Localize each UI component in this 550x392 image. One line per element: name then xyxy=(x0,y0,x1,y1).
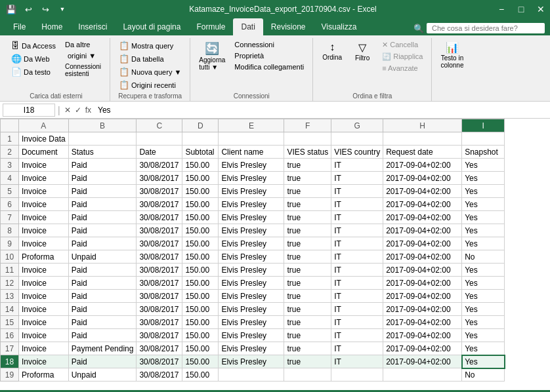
save-button[interactable]: 💾 xyxy=(4,2,18,16)
aggiorna-tutti-button[interactable]: 🔄 Aggiornatutti ▼ xyxy=(196,39,228,73)
cell[interactable]: true xyxy=(284,277,331,290)
cell[interactable]: 150.00 xyxy=(182,342,219,355)
cell[interactable]: 30/08/2017 xyxy=(137,185,182,198)
cell[interactable]: VIES status xyxy=(284,146,331,159)
cell[interactable]: Paid xyxy=(68,172,137,185)
cell[interactable] xyxy=(331,368,383,382)
cell[interactable]: 150.00 xyxy=(182,290,219,303)
cell[interactable]: IT xyxy=(331,303,383,316)
cell[interactable]: true xyxy=(284,303,331,316)
cell[interactable]: Elvis Presley xyxy=(219,342,284,355)
cell[interactable]: Paid xyxy=(68,303,137,316)
cell[interactable]: IT xyxy=(331,159,383,172)
cell[interactable]: 30/08/2017 xyxy=(137,237,182,250)
da-web-button[interactable]: 🌐 Da Web xyxy=(8,52,59,65)
cell[interactable]: 2017-09-04+02:00 xyxy=(383,303,462,316)
cell[interactable]: Invoice xyxy=(19,237,69,250)
cell[interactable]: 150.00 xyxy=(182,211,219,224)
cell[interactable]: true xyxy=(284,211,331,224)
cell[interactable]: Yes xyxy=(462,277,505,290)
cell[interactable]: 2017-09-04+02:00 xyxy=(383,264,462,277)
cell[interactable]: 30/08/2017 xyxy=(137,355,182,368)
confirm-formula-icon[interactable]: ✓ xyxy=(74,106,83,115)
row-header-15[interactable]: 15 xyxy=(1,316,19,329)
modifica-collegamenti-button[interactable]: Modifica collegamenti xyxy=(231,62,307,72)
cell[interactable]: 2017-09-04+02:00 xyxy=(383,355,462,368)
row-header-13[interactable]: 13 xyxy=(1,290,19,303)
cell[interactable]: 30/08/2017 xyxy=(137,316,182,329)
cell[interactable]: IT xyxy=(331,290,383,303)
cell[interactable]: Paid xyxy=(68,316,137,329)
cell[interactable]: Invoice xyxy=(19,290,69,303)
insert-function-icon[interactable]: fx xyxy=(84,106,93,115)
da-access-button[interactable]: 🗄 Da Access xyxy=(8,39,59,52)
qat-dropdown-button[interactable]: ▼ xyxy=(55,2,70,16)
cell[interactable]: true xyxy=(284,355,331,368)
cell[interactable]: IT xyxy=(331,198,383,211)
row-header-14[interactable]: 14 xyxy=(1,303,19,316)
cell[interactable]: 150.00 xyxy=(182,316,219,329)
nuova-query-button[interactable]: 📋 Nuova query ▼ xyxy=(116,66,184,78)
cell[interactable]: Payment Pending xyxy=(68,342,137,355)
cell[interactable] xyxy=(331,132,383,146)
cell[interactable] xyxy=(68,132,137,146)
row-header-11[interactable]: 11 xyxy=(1,264,19,277)
cell[interactable]: 30/08/2017 xyxy=(137,264,182,277)
cell[interactable]: IT xyxy=(331,277,383,290)
cell[interactable]: IT xyxy=(331,172,383,185)
row-header-4[interactable]: 4 xyxy=(1,172,19,185)
cell[interactable]: 30/08/2017 xyxy=(137,342,182,355)
tab-revisione[interactable]: Revisione xyxy=(263,18,314,35)
cell[interactable]: 150.00 xyxy=(182,172,219,185)
cell[interactable]: Invoice Data xyxy=(19,132,69,146)
cell[interactable]: Invoice xyxy=(19,303,69,316)
cell[interactable]: Paid xyxy=(68,224,137,237)
cell[interactable]: IT xyxy=(331,355,383,368)
cell[interactable]: Invoice xyxy=(19,159,69,172)
cell[interactable]: 2017-09-04+02:00 xyxy=(383,172,462,185)
da-testo-button[interactable]: 📄 Da testo xyxy=(8,66,59,78)
tab-visualizza[interactable]: Visualizza xyxy=(314,18,365,35)
cell[interactable]: Yes xyxy=(462,355,505,368)
cell[interactable]: Unpaid xyxy=(68,368,137,382)
cell[interactable]: 150.00 xyxy=(182,355,219,368)
cell[interactable]: 150.00 xyxy=(182,264,219,277)
cell[interactable]: 30/08/2017 xyxy=(137,224,182,237)
close-button[interactable]: ✕ xyxy=(532,3,550,16)
cell[interactable]: Elvis Presley xyxy=(219,185,284,198)
cell[interactable]: Unpaid xyxy=(68,250,137,264)
cell[interactable] xyxy=(284,368,331,382)
cell[interactable]: Date xyxy=(137,146,182,159)
cell[interactable]: Paid xyxy=(68,355,137,368)
cell[interactable]: Paid xyxy=(68,264,137,277)
cell[interactable]: IT xyxy=(331,342,383,355)
cell[interactable]: Yes xyxy=(462,264,505,277)
cell[interactable]: true xyxy=(284,250,331,264)
cell[interactable]: Invoice xyxy=(19,211,69,224)
cell[interactable]: 30/08/2017 xyxy=(137,303,182,316)
ordina-button[interactable]: ↕ Ordina xyxy=(318,39,346,63)
cell[interactable]: IT xyxy=(331,329,383,342)
col-header-f[interactable]: F xyxy=(284,119,331,132)
col-header-g[interactable]: G xyxy=(331,119,383,132)
cell[interactable]: 30/08/2017 xyxy=(137,368,182,382)
name-box[interactable] xyxy=(3,104,55,117)
cell[interactable]: 150.00 xyxy=(182,198,219,211)
tab-home[interactable]: Home xyxy=(33,18,70,35)
cell[interactable]: Elvis Presley xyxy=(219,211,284,224)
row-header-5[interactable]: 5 xyxy=(1,185,19,198)
mostra-query-button[interactable]: 📋 Mostra query xyxy=(116,39,177,52)
cell[interactable] xyxy=(383,132,462,146)
row-header-16[interactable]: 16 xyxy=(1,329,19,342)
row-header-8[interactable]: 8 xyxy=(1,224,19,237)
spreadsheet[interactable]: A B C D E F G H I 1Invoice Data2Document… xyxy=(0,119,550,390)
cell[interactable]: 2017-09-04+02:00 xyxy=(383,198,462,211)
cell[interactable]: IT xyxy=(331,237,383,250)
cell[interactable]: 2017-09-04+02:00 xyxy=(383,224,462,237)
cell[interactable]: Status xyxy=(68,146,137,159)
cell[interactable]: 2017-09-04+02:00 xyxy=(383,277,462,290)
cell[interactable]: Document xyxy=(19,146,69,159)
cell[interactable]: VIES country xyxy=(331,146,383,159)
cell[interactable]: 2017-09-04+02:00 xyxy=(383,185,462,198)
col-header-d[interactable]: D xyxy=(182,119,219,132)
